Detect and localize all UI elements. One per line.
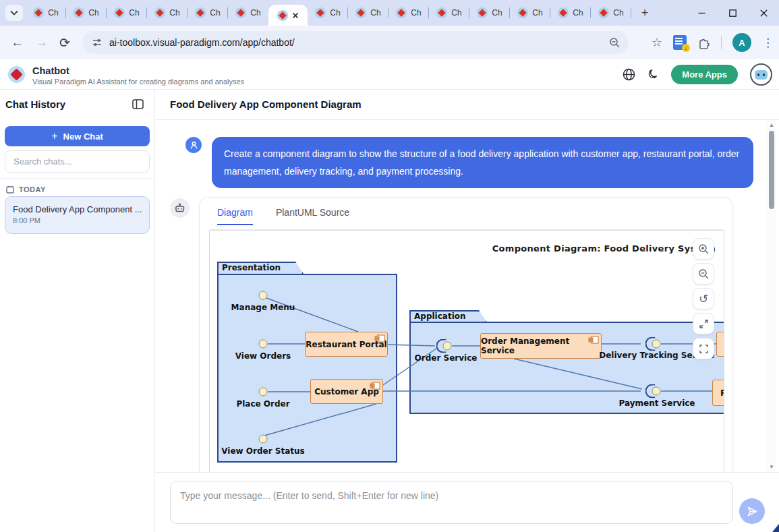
tab-label: Ch bbox=[370, 8, 380, 18]
component-clipped-right-top[interactable] bbox=[716, 332, 724, 357]
reset-view-button[interactable]: ↺ bbox=[693, 288, 714, 309]
send-button[interactable] bbox=[739, 498, 765, 524]
user-avatar bbox=[185, 137, 202, 153]
scrollbar-up-arrow[interactable]: ▲ bbox=[767, 122, 776, 128]
browser-tab[interactable]: Ch bbox=[228, 0, 268, 26]
tab-label: Ch bbox=[492, 8, 502, 18]
tab-label: Ch bbox=[532, 8, 542, 18]
zoom-out-button[interactable] bbox=[693, 263, 714, 285]
scrollbar-thumb[interactable] bbox=[769, 131, 774, 209]
window-close-button[interactable] bbox=[748, 0, 779, 26]
browser-tab[interactable]: Ch bbox=[107, 0, 147, 26]
chat-scrollbar[interactable]: ▲ ▼ bbox=[767, 120, 776, 472]
extensions-puzzle-icon[interactable] bbox=[697, 36, 710, 49]
back-button[interactable]: ← bbox=[11, 35, 24, 50]
diagram-reply-card: Diagram PlantUML Source Component Diagra… bbox=[199, 197, 733, 472]
interface-ball-manage-menu[interactable] bbox=[259, 291, 268, 300]
window-maximize-button[interactable] bbox=[717, 0, 748, 26]
browser-menu-kebab-icon[interactable]: ⋮ bbox=[762, 36, 774, 50]
browser-tabs: Ch Ch Ch Ch Ch Ch Ch Ch Ch Ch Ch Ch Ch C… bbox=[26, 0, 631, 26]
interface-label: Order Service bbox=[415, 353, 478, 363]
calendar-icon bbox=[6, 185, 14, 194]
bot-avatar bbox=[170, 198, 190, 218]
visual-paradigm-favicon bbox=[315, 7, 326, 18]
chat-item-time: 8:00 PM bbox=[13, 216, 142, 225]
expand-button[interactable] bbox=[693, 313, 714, 334]
browser-tab[interactable]: Ch bbox=[591, 0, 631, 26]
chat-scroll-area[interactable]: Create a component diagram to show the s… bbox=[155, 120, 779, 472]
uml-component-icon bbox=[374, 334, 385, 343]
zoom-in-button[interactable] bbox=[693, 238, 714, 260]
profile-avatar[interactable]: A bbox=[732, 33, 751, 52]
tab-label: Ch bbox=[129, 8, 139, 18]
chatbot-assistant-icon[interactable] bbox=[750, 63, 772, 86]
extension-action-icon[interactable]: ↓ bbox=[673, 35, 687, 50]
browser-tab[interactable]: Ch bbox=[429, 0, 469, 26]
tab-label: Ch bbox=[48, 8, 58, 18]
tab-diagram[interactable]: Diagram bbox=[217, 207, 253, 225]
browser-tab[interactable]: Ch bbox=[469, 0, 510, 26]
user-message-bubble: Create a component diagram to show the s… bbox=[212, 137, 753, 188]
visual-paradigm-favicon bbox=[33, 7, 44, 18]
toolbar-actions: ☆ ↓ A ⋮ bbox=[652, 26, 774, 59]
toolbar-divider bbox=[721, 36, 722, 49]
address-bar[interactable]: ai-toolbox.visual-paradigm.com/app/chatb… bbox=[82, 31, 629, 54]
tab-close-icon[interactable] bbox=[292, 12, 299, 19]
interface-ball-view-order-status[interactable] bbox=[259, 435, 268, 444]
bookmark-star-icon[interactable]: ☆ bbox=[652, 35, 662, 50]
language-globe-icon[interactable] bbox=[623, 68, 635, 81]
browser-tab[interactable]: Ch bbox=[510, 0, 550, 26]
interface-ball-delivery-tracking[interactable] bbox=[652, 340, 661, 349]
app-header: Chatbot Visual Paradigm AI Assistant for… bbox=[0, 59, 779, 90]
message-input[interactable] bbox=[171, 481, 732, 523]
component-order-management-service[interactable]: Order Management Service bbox=[480, 333, 602, 359]
visual-paradigm-favicon bbox=[195, 7, 206, 18]
fullscreen-button[interactable] bbox=[693, 338, 714, 359]
component-customer-app[interactable]: Customer App bbox=[310, 379, 383, 404]
corner-cursor-artifact bbox=[772, 524, 779, 532]
browser-tab[interactable]: Ch bbox=[348, 0, 388, 26]
tab-label: Ch bbox=[411, 8, 421, 18]
sidebar-collapse-icon[interactable] bbox=[132, 99, 144, 109]
diagram-canvas[interactable]: Component Diagram: Food Delivery System … bbox=[209, 230, 724, 472]
browser-tab[interactable]: Ch bbox=[550, 0, 591, 26]
site-settings-icon[interactable] bbox=[92, 37, 103, 48]
new-tab-button[interactable]: + bbox=[637, 5, 653, 21]
tab-label: Ch bbox=[573, 8, 583, 18]
component-clipped-right-bottom[interactable]: P bbox=[712, 380, 724, 406]
browser-tab[interactable]: Ch bbox=[308, 0, 348, 26]
window-minimize-button[interactable] bbox=[686, 0, 717, 26]
tab-plantuml-source[interactable]: PlantUML Source bbox=[276, 207, 349, 225]
plus-icon: + bbox=[51, 130, 57, 142]
reload-button[interactable]: ⟳ bbox=[59, 35, 70, 51]
browser-tab[interactable]: Ch bbox=[26, 0, 66, 26]
window-controls bbox=[686, 0, 779, 26]
tab-search-chevron-icon[interactable] bbox=[5, 5, 23, 21]
scrollbar-down-arrow[interactable]: ▼ bbox=[767, 464, 776, 470]
url-text[interactable]: ai-toolbox.visual-paradigm.com/app/chatb… bbox=[109, 37, 295, 48]
more-apps-button[interactable]: More Apps bbox=[671, 65, 738, 84]
browser-tab[interactable]: Ch bbox=[147, 0, 187, 26]
chat-history-item[interactable]: Food Delivery App Component ... 8:00 PM bbox=[5, 196, 150, 234]
component-restaurant-portal[interactable]: Restaurant Portal bbox=[305, 332, 388, 357]
dark-mode-moon-icon[interactable] bbox=[647, 69, 659, 80]
canvas-controls: ↺ bbox=[693, 238, 714, 359]
browser-tab[interactable]: Ch bbox=[388, 0, 429, 26]
forward-button[interactable]: → bbox=[35, 35, 48, 50]
uml-component-icon bbox=[370, 382, 380, 390]
interface-ball-place-order[interactable] bbox=[259, 388, 268, 396]
interface-ball-view-orders[interactable] bbox=[259, 340, 268, 349]
browser-tabstrip: Ch Ch Ch Ch Ch Ch Ch Ch Ch Ch Ch Ch Ch C… bbox=[0, 0, 779, 26]
visual-paradigm-favicon bbox=[114, 7, 125, 18]
browser-tab-active[interactable] bbox=[268, 5, 308, 26]
browser-tab[interactable]: Ch bbox=[187, 0, 228, 26]
tab-label: Ch bbox=[88, 8, 98, 18]
chats-section: TODAY bbox=[0, 178, 155, 194]
interface-ball-order-service[interactable] bbox=[443, 342, 452, 351]
browser-tab[interactable]: Ch bbox=[66, 0, 107, 26]
visual-paradigm-logo bbox=[8, 66, 25, 83]
search-chats-input[interactable] bbox=[5, 150, 150, 173]
interface-ball-payment-service[interactable] bbox=[652, 387, 661, 396]
zoom-out-page-icon[interactable] bbox=[609, 37, 621, 49]
new-chat-button[interactable]: + New Chat bbox=[5, 126, 150, 146]
